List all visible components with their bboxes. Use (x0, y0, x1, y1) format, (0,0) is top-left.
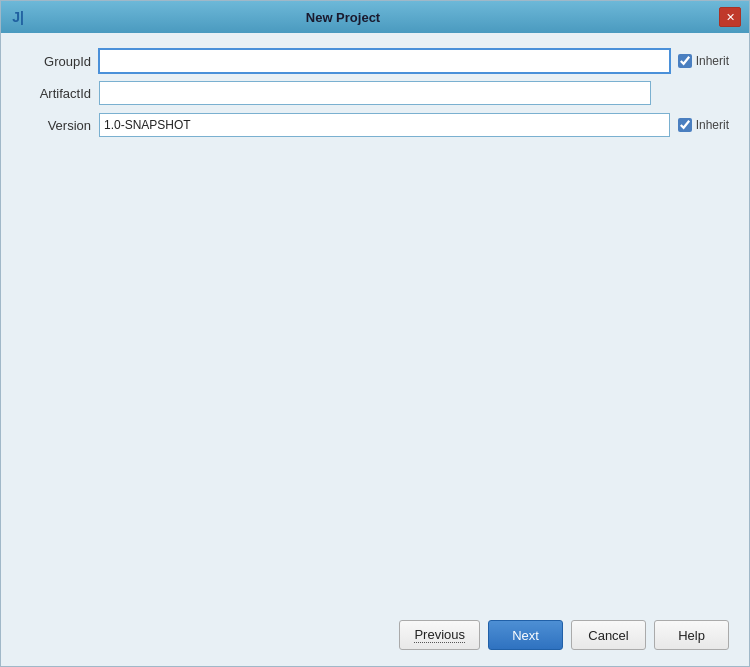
content-spacer (21, 137, 729, 594)
title-bar: J| New Project ✕ (1, 1, 749, 33)
previous-button[interactable]: Previous (399, 620, 480, 650)
version-inherit-label: Inherit (696, 118, 729, 132)
version-inherit: Inherit (678, 118, 729, 132)
group-id-input[interactable] (99, 49, 670, 73)
version-input[interactable] (99, 113, 670, 137)
version-inherit-checkbox[interactable] (678, 118, 692, 132)
group-id-inherit-label: Inherit (696, 54, 729, 68)
artifact-id-row: ArtifactId (21, 81, 729, 105)
dialog-footer: Previous Next Cancel Help (1, 610, 749, 666)
title-bar-left: J| (9, 8, 27, 26)
artifact-id-label: ArtifactId (21, 86, 91, 101)
new-project-dialog: J| New Project ✕ GroupId Inherit Art (0, 0, 750, 667)
help-button[interactable]: Help (654, 620, 729, 650)
group-id-label: GroupId (21, 54, 91, 69)
version-row: Version Inherit (21, 113, 729, 137)
group-id-inherit: Inherit (678, 54, 729, 68)
version-label: Version (21, 118, 91, 133)
artifact-id-input[interactable] (99, 81, 651, 105)
group-id-row: GroupId Inherit (21, 49, 729, 73)
form-area: GroupId Inherit ArtifactId Version (21, 49, 729, 137)
next-button[interactable]: Next (488, 620, 563, 650)
cancel-button[interactable]: Cancel (571, 620, 646, 650)
app-icon: J| (9, 8, 27, 26)
close-button[interactable]: ✕ (719, 7, 741, 27)
dialog-title: New Project (27, 10, 659, 25)
title-bar-controls: ✕ (719, 7, 741, 27)
group-id-inherit-checkbox[interactable] (678, 54, 692, 68)
dialog-content: GroupId Inherit ArtifactId Version (1, 33, 749, 610)
